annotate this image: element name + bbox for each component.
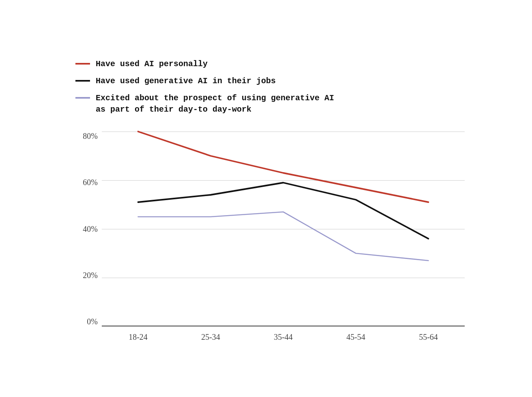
- chart-lines: [102, 132, 465, 326]
- legend-line-jobs: [75, 80, 90, 82]
- x-label-4: 55-64: [392, 332, 465, 342]
- chart-area: 80%60%40%20%0% 18-2425-3435-4445-5455-64: [75, 132, 465, 343]
- y-label-1: 60%: [75, 178, 98, 187]
- y-label-0: 80%: [75, 132, 98, 141]
- line-excited: [138, 212, 429, 261]
- chart-container: Have used AI personallyHave used generat…: [43, 30, 489, 367]
- y-label-4: 0%: [75, 317, 98, 326]
- legend-line-personal: [75, 63, 90, 65]
- legend-item-personal: Have used AI personally: [75, 58, 465, 70]
- y-label-2: 40%: [75, 224, 98, 234]
- legend-text-excited: Excited about the prospect of using gene…: [96, 93, 334, 115]
- x-label-3: 45-54: [320, 332, 392, 342]
- legend-line-excited: [75, 97, 90, 99]
- line-jobs: [138, 183, 429, 239]
- line-personal: [138, 132, 429, 202]
- legend-text-jobs: Have used generative AI in their jobs: [96, 76, 276, 87]
- x-label-1: 25-34: [174, 332, 247, 342]
- chart-inner: 18-2425-3435-4445-5455-64: [102, 132, 465, 326]
- y-axis-labels: 80%60%40%20%0%: [75, 132, 98, 343]
- legend-item-excited: Excited about the prospect of using gene…: [75, 93, 465, 115]
- legend: Have used AI personallyHave used generat…: [75, 58, 465, 115]
- y-label-3: 20%: [75, 271, 98, 280]
- x-label-0: 18-24: [102, 332, 174, 342]
- x-label-2: 35-44: [247, 332, 320, 342]
- x-labels: 18-2425-3435-4445-5455-64: [102, 332, 465, 342]
- legend-text-personal: Have used AI personally: [96, 58, 208, 70]
- grid-line-0: [102, 326, 465, 327]
- legend-item-jobs: Have used generative AI in their jobs: [75, 76, 465, 87]
